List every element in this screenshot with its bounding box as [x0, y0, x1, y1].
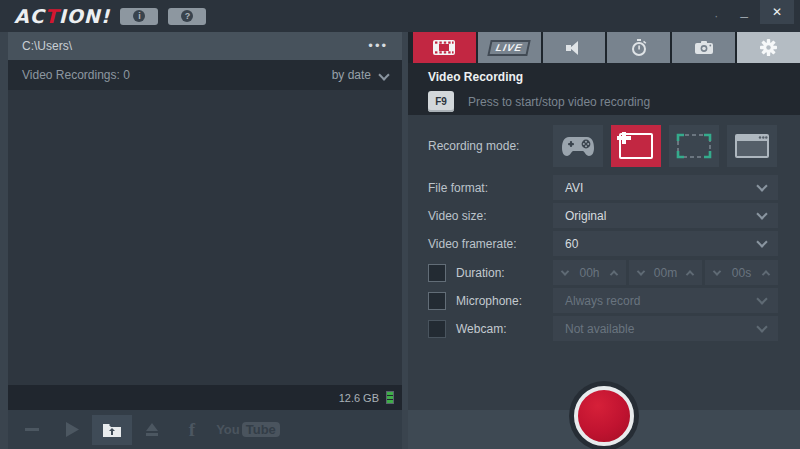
games-mode-button[interactable] [553, 125, 603, 167]
info-button[interactable]: i [120, 8, 158, 25]
eject-icon [145, 423, 159, 437]
youtube-upload-button[interactable]: You Tube [212, 415, 284, 445]
help-icon: ? [181, 10, 193, 22]
video-size-label: Video size: [428, 209, 553, 223]
video-framerate-value: 60 [565, 237, 578, 251]
folder-upload-icon [103, 423, 121, 437]
action-app-window: ACTION! i ? · – ✕ C:\Users\ ••• Video Re… [0, 0, 800, 449]
file-format-row: File format: AVI [428, 175, 778, 200]
free-space-value: 12.6 GB [339, 392, 379, 404]
video-size-value: Original [565, 209, 606, 223]
fullscreen-mode-button[interactable] [611, 125, 661, 167]
facebook-icon: f [189, 419, 195, 441]
live-badge: LIVE [487, 40, 531, 56]
tab-benchmark[interactable] [607, 32, 670, 63]
close-button[interactable]: ✕ [760, 0, 794, 24]
sort-value: by date [332, 68, 371, 82]
section-title: Video Recording [428, 70, 780, 84]
microphone-checkbox[interactable] [428, 292, 446, 310]
play-button[interactable] [52, 415, 92, 445]
logo-accent-letter: T [45, 5, 59, 27]
path-bar[interactable]: C:\Users\ ••• [8, 32, 402, 60]
window-dot: · [704, 9, 728, 23]
duration-hours-stepper[interactable]: 00h [553, 260, 626, 285]
tab-settings[interactable] [737, 32, 800, 63]
webcam-checkbox[interactable] [428, 320, 446, 338]
duration-hours-value: 00h [579, 266, 599, 280]
gamepad-icon [561, 135, 595, 157]
minimize-button[interactable]: – [728, 8, 760, 24]
microphone-dropdown[interactable]: Always record [553, 288, 778, 313]
gear-icon [760, 39, 777, 56]
microphone-row: Microphone: Always record [428, 288, 778, 313]
webcam-row: Webcam: Not available [428, 316, 778, 341]
youtube-logo-icon: You [216, 422, 240, 437]
tab-screenshots[interactable] [672, 32, 735, 63]
duration-checkbox[interactable] [428, 264, 446, 282]
film-icon [433, 40, 455, 55]
tab-video-recording[interactable] [413, 32, 476, 63]
help-button[interactable]: ? [168, 8, 206, 25]
camera-icon [695, 41, 713, 54]
duration-minutes-value: 00m [654, 266, 677, 280]
window-mode-button[interactable] [727, 125, 777, 167]
sort-dropdown[interactable]: by date [332, 68, 388, 82]
video-framerate-dropdown[interactable]: 60 [553, 231, 778, 256]
stepper-up-icon[interactable] [762, 270, 770, 278]
webcam-value: Not available [565, 322, 634, 336]
region-mode-button[interactable] [669, 125, 719, 167]
file-format-label: File format: [428, 181, 553, 195]
microphone-value: Always record [565, 294, 640, 308]
export-folder-button[interactable] [92, 415, 132, 445]
duration-seconds-stepper[interactable]: 00s [705, 260, 778, 285]
titlebar[interactable]: ACTION! i ? · – ✕ [0, 0, 800, 32]
fullscreen-mode-icon [619, 133, 653, 159]
youtube-logo-icon: Tube [242, 422, 280, 437]
recording-settings: Recording mode: [408, 115, 800, 410]
path-menu-button[interactable]: ••• [368, 43, 388, 48]
video-size-dropdown[interactable]: Original [553, 203, 778, 228]
recording-mode-row: Recording mode: [428, 125, 778, 167]
video-framerate-label: Video framerate: [428, 237, 553, 251]
file-format-value: AVI [565, 181, 583, 195]
mode-tab-bar: LIVE [408, 32, 800, 63]
upload-button[interactable] [132, 415, 172, 445]
recording-mode-label: Recording mode: [428, 139, 553, 153]
facebook-share-button[interactable]: f [172, 415, 212, 445]
microphone-label: Microphone: [456, 294, 522, 308]
video-recording-header: Video Recording F9 Press to start/stop v… [408, 63, 800, 115]
tab-audio-recording[interactable] [543, 32, 606, 63]
duration-minutes-stepper[interactable]: 00m [629, 260, 702, 285]
recordings-list-empty[interactable] [8, 90, 402, 385]
window-controls: · – ✕ [704, 0, 794, 32]
minus-icon [25, 428, 39, 431]
stepper-up-icon[interactable] [686, 270, 694, 278]
stepper-up-icon[interactable] [610, 270, 618, 278]
app-window-icon [735, 134, 769, 158]
play-icon [66, 422, 79, 437]
tab-live-streaming[interactable]: LIVE [478, 32, 541, 63]
stepper-down-icon[interactable] [713, 267, 721, 275]
webcam-label: Webcam: [456, 322, 506, 336]
disk-space-indicator-icon [386, 391, 394, 404]
file-format-dropdown[interactable]: AVI [553, 175, 778, 200]
speaker-icon [566, 41, 582, 55]
info-icon: i [133, 10, 145, 22]
video-framerate-row: Video framerate: 60 [428, 231, 778, 256]
stepper-down-icon[interactable] [637, 267, 645, 275]
recordings-count: Video Recordings: 0 [22, 68, 130, 82]
delete-button[interactable] [12, 415, 52, 445]
chevron-down-icon [756, 321, 767, 332]
hotkey-f9-button[interactable]: F9 [428, 91, 454, 112]
recordings-list-header: Video Recordings: 0 by date [8, 60, 402, 90]
duration-label: Duration: [456, 266, 505, 280]
chevron-down-icon [756, 208, 767, 219]
hotkey-hint: Press to start/stop video recording [468, 95, 650, 109]
duration-row: Duration: 00h 00m [428, 260, 778, 285]
storage-bar: 12.6 GB [8, 385, 402, 410]
settings-panel: LIVE [408, 32, 800, 449]
logo-text: AC [14, 5, 45, 27]
webcam-dropdown[interactable]: Not available [553, 316, 778, 341]
record-button[interactable] [574, 386, 634, 446]
stepper-down-icon[interactable] [561, 267, 569, 275]
